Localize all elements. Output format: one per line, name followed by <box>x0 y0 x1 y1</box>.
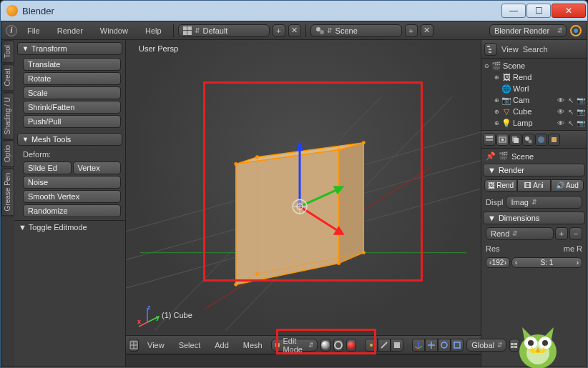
translate-button[interactable]: Translate <box>23 58 121 71</box>
manipulator-rotate[interactable] <box>438 339 451 352</box>
menu-view[interactable]: View <box>142 341 170 349</box>
layers-button[interactable] <box>509 339 519 352</box>
resolution-x-field[interactable]: ‹192› <box>486 257 510 268</box>
menu-file[interactable]: File <box>20 25 47 36</box>
menu-help[interactable]: Help <box>138 25 169 36</box>
scene-icon: 🎬 <box>499 151 509 161</box>
tab-tools[interactable]: Tool <box>1 40 14 63</box>
scale-button[interactable]: Scale <box>23 86 121 99</box>
scene-tab[interactable] <box>522 134 534 146</box>
blender-app-icon <box>6 5 18 16</box>
outliner-search-menu[interactable]: Search <box>523 45 548 54</box>
cursor-icon[interactable]: ↖ <box>566 119 575 128</box>
renderlayers-tab[interactable] <box>509 134 521 146</box>
outliner-tree[interactable]: ⊖🎬Scene ⊕🖼Rend 🌐Worl ⊕📷Cam👁↖📷 ⊕▽Cube👁↖📷 … <box>481 59 587 130</box>
transform-panel-header[interactable]: ▼Transform <box>17 42 122 55</box>
outliner-scene[interactable]: Scene <box>503 61 585 70</box>
cursor-icon[interactable]: ↖ <box>566 96 575 105</box>
orientation-label: Global <box>471 341 494 349</box>
eye-icon[interactable]: 👁 <box>556 96 565 105</box>
editor-type-properties-icon[interactable] <box>483 133 496 146</box>
push-pull-button[interactable]: Push/Pull <box>23 115 121 128</box>
render-audio-button[interactable]: 🔊Aud <box>551 179 584 192</box>
properties-body: 📌🎬Scene ▼Render 🖼Rend 🎞Ani 🔊Aud DisplIma… <box>481 149 587 367</box>
frame-start-field[interactable]: ‹S: 1› <box>511 257 582 268</box>
pin-icon[interactable]: 📌 <box>486 151 496 161</box>
window-title: Blender <box>22 6 501 16</box>
svg-rect-54 <box>489 49 491 50</box>
render-preset-selector[interactable]: Rend⇵ <box>486 227 554 240</box>
menu-render[interactable]: Render <box>50 25 90 36</box>
svg-rect-56 <box>486 136 493 138</box>
editor-type-3dview-icon[interactable] <box>129 339 139 352</box>
edge-slide-button[interactable]: Slide Ed <box>23 161 72 174</box>
toolshelf-tabs: Tool Creat Shading / U Optio Grease Pen <box>1 40 14 367</box>
manipulator-scale[interactable] <box>451 339 464 352</box>
preset-add-button[interactable]: + <box>555 227 568 240</box>
outliner-renderlayers[interactable]: Rend <box>513 73 585 81</box>
tab-grease-pencil[interactable]: Grease Pen <box>1 168 14 216</box>
rotate-button[interactable]: Rotate <box>23 72 121 85</box>
scene-add-button[interactable]: + <box>405 24 418 37</box>
layout-add-button[interactable]: + <box>273 24 285 37</box>
noise-button[interactable]: Noise <box>23 176 121 189</box>
engine-name: Blender Render <box>494 26 554 35</box>
outliner-view-menu[interactable]: View <box>501 45 519 54</box>
menu-select[interactable]: Select <box>173 341 207 349</box>
info-editor-icon[interactable]: i <box>6 25 17 36</box>
render-animation-button[interactable]: 🎞Ani <box>517 179 550 192</box>
menu-window[interactable]: Window <box>93 25 135 36</box>
randomize-button[interactable]: Randomize <box>23 204 121 217</box>
mesh-tools-panel-header[interactable]: ▼Mesh Tools <box>17 133 122 146</box>
face-select-button[interactable] <box>391 339 403 352</box>
object-tab[interactable] <box>548 134 560 146</box>
transform-orientation-selector[interactable]: Global⇵ <box>466 339 506 352</box>
preset-remove-button[interactable]: − <box>569 227 582 240</box>
eye-icon[interactable]: 👁 <box>556 119 565 128</box>
world-icon: 🌐 <box>501 84 511 94</box>
eye-icon[interactable]: 👁 <box>556 107 565 116</box>
svg-rect-49 <box>511 343 514 345</box>
tab-create[interactable]: Creat <box>1 64 14 91</box>
smooth-vertex-button[interactable]: Smooth Vertex <box>23 190 121 203</box>
outliner-cube[interactable]: Cube <box>513 107 554 116</box>
scene-remove-button[interactable]: ✕ <box>421 24 433 37</box>
screen-layout-selector[interactable]: ⇵ Default <box>178 24 270 37</box>
render-engine-selector[interactable]: Blender Render ⇵ <box>489 24 567 37</box>
outliner-camera[interactable]: Cam <box>513 96 554 104</box>
shrink-fatten-button[interactable]: Shrink/Fatten <box>23 101 121 114</box>
render-restrict-icon[interactable]: 📷 <box>576 107 585 116</box>
render-image-button[interactable]: 🖼Rend <box>484 179 517 192</box>
tab-shading[interactable]: Shading / U <box>1 92 14 139</box>
editor-type-outliner-icon[interactable] <box>484 43 497 56</box>
dimensions-panel-header[interactable]: ▼Dimensions <box>483 212 585 224</box>
timeline-area[interactable] <box>126 354 481 367</box>
render-restrict-icon[interactable]: 📷 <box>576 119 585 128</box>
manipulator-toggle[interactable] <box>412 339 425 352</box>
render-tab[interactable] <box>496 134 509 146</box>
window-close-button[interactable]: ✕ <box>552 4 586 18</box>
layout-remove-button[interactable]: ✕ <box>288 24 301 37</box>
menu-add[interactable]: Add <box>209 341 235 349</box>
window-minimize-button[interactable]: — <box>501 4 526 18</box>
cursor-icon[interactable]: ↖ <box>566 107 575 116</box>
scene-selector[interactable]: ⇵ Scene <box>310 24 402 37</box>
world-tab[interactable] <box>535 134 547 146</box>
render-restrict-icon[interactable]: 📷 <box>576 96 585 105</box>
3d-viewport[interactable]: User Persp <box>126 40 481 335</box>
edge-select-button[interactable] <box>378 339 391 352</box>
svg-point-1 <box>320 30 324 34</box>
manipulator-translate[interactable] <box>425 339 438 352</box>
render-panel-header[interactable]: ▼Render <box>483 164 585 176</box>
window-maximize-button[interactable]: ☐ <box>526 4 551 18</box>
outliner-world[interactable]: Worl <box>513 84 585 93</box>
info-header: i File Render Window Help ⇵ Default + ✕ … <box>1 21 587 40</box>
active-object-label: (1) Cube <box>162 311 192 319</box>
vertex-slide-button[interactable]: Vertex <box>73 161 122 174</box>
display-mode-selector[interactable]: Imag⇵ <box>506 196 582 209</box>
tab-options[interactable]: Optio <box>1 140 14 167</box>
outliner-lamp[interactable]: Lamp <box>513 119 554 127</box>
operator-panel-header[interactable]: ▼ Toggle Editmode <box>14 220 125 234</box>
menu-mesh[interactable]: Mesh <box>237 341 268 349</box>
display-label: Displ <box>486 198 503 207</box>
